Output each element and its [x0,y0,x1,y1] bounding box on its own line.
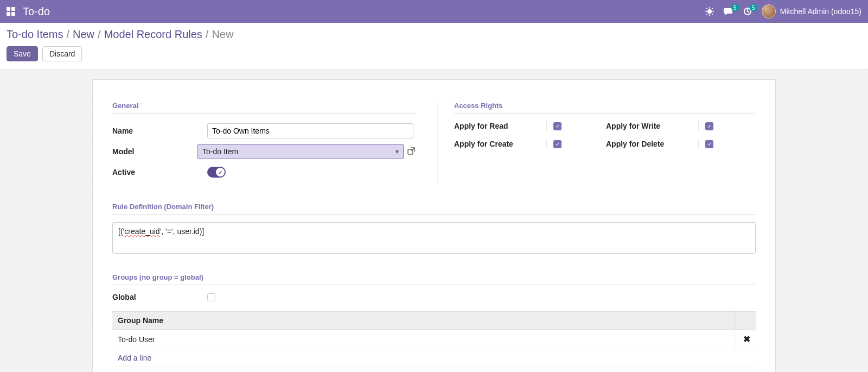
breadcrumb: To-do Items / New / Model Record Rules /… [7,28,861,41]
top-navbar: To-do 5 5 Mitchell Admin (odoo15) [0,0,868,23]
model-label: Model [112,147,197,156]
chevron-down-icon: ▼ [394,149,400,155]
groups-table-header-delete [734,312,756,330]
apply-write-label: Apply for Write [606,122,698,130]
breadcrumb-sep: / [98,28,101,41]
table-row[interactable]: To-do User ✖ [112,330,756,349]
domain-filter-input[interactable]: [('create_uid', '=', user.id)] [112,222,756,254]
svg-line-8 [712,8,713,9]
svg-line-6 [712,14,713,15]
breadcrumb-sep: / [206,28,209,41]
external-link-icon[interactable] [407,147,416,157]
name-input[interactable] [207,123,413,138]
breadcrumb-item[interactable]: New [73,28,94,41]
apply-delete-label: Apply for Delete [606,140,698,148]
check-icon: ✓ [216,168,225,176]
delete-row-icon[interactable]: ✖ [734,330,756,349]
user-name: Mitchell Admin (odoo15) [780,7,861,16]
breadcrumb-item[interactable]: To-do Items [7,28,63,41]
apply-write-checkbox[interactable]: ✓ [705,122,713,130]
section-general-title: General [112,102,416,114]
form-sheet: General Name Model To-do Item ▼ [92,79,776,372]
svg-line-5 [706,8,707,9]
global-checkbox[interactable] [207,293,215,301]
apps-icon[interactable] [7,7,15,16]
breadcrumb-current: New [212,28,233,41]
discard-button[interactable]: Discard [42,46,82,61]
breadcrumb-sep: / [66,28,69,41]
apply-read-label: Apply for Read [454,122,546,130]
domain-text-prefix: [(' [118,227,124,236]
apply-delete-checkbox[interactable]: ✓ [705,140,713,148]
groups-table-header: Group Name [112,312,734,330]
debug-icon[interactable] [705,7,714,16]
control-panel: To-do Items / New / Model Record Rules /… [0,23,868,70]
active-toggle[interactable]: ✓ [207,167,226,178]
domain-text-spell: create_uid [124,227,159,236]
save-button[interactable]: Save [7,46,38,61]
breadcrumb-item[interactable]: Model Record Rules [104,28,202,41]
apply-read-checkbox[interactable]: ✓ [553,122,561,130]
model-select[interactable]: To-do Item ▼ [197,144,404,159]
messages-icon[interactable]: 5 [724,7,733,16]
group-name-cell: To-do User [112,330,734,349]
section-rule-title: Rule Definition (Domain Filter) [112,203,756,215]
add-line-link[interactable]: Add a line [118,354,151,362]
table-row-add: Add a line [112,349,756,367]
svg-line-7 [706,14,707,15]
model-value: To-do Item [202,147,238,156]
avatar [762,4,776,18]
apply-create-checkbox[interactable]: ✓ [553,140,561,148]
domain-text-suffix: ', '=', user.id)] [160,227,205,236]
messages-badge: 5 [731,4,739,11]
section-groups-title: Groups (no group = global) [112,273,756,285]
groups-table: Group Name To-do User ✖ Add a line [112,311,756,367]
activities-icon[interactable]: 5 [743,7,752,16]
global-label: Global [112,293,207,301]
app-title: To-do [23,5,50,18]
section-access-title: Access Rights [454,102,756,114]
svg-point-0 [707,9,712,14]
user-menu[interactable]: Mitchell Admin (odoo15) [762,4,861,18]
apply-create-label: Apply for Create [454,140,546,148]
active-label: Active [112,168,207,176]
name-label: Name [112,127,207,135]
activities-badge: 5 [750,4,757,11]
